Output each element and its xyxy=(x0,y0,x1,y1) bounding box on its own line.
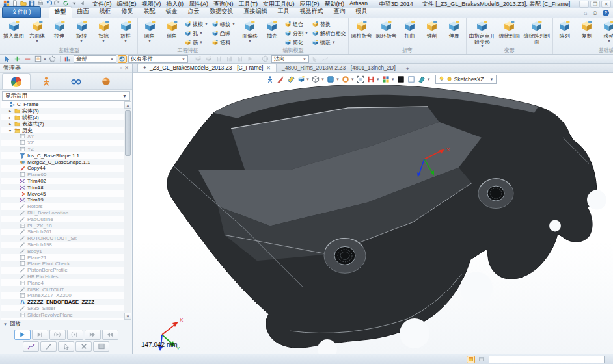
expand-icon[interactable]: ▸ xyxy=(8,115,12,120)
tree-item-pl-zx-18[interactable]: PL_ZX_18 xyxy=(1,222,124,229)
tree-item-body1[interactable]: Body1 xyxy=(1,248,124,254)
face-display-button[interactable] xyxy=(327,75,335,83)
new-tab-button[interactable]: + xyxy=(401,66,415,72)
background-light-button[interactable] xyxy=(407,75,416,83)
ribbon-tab-11[interactable]: 查询 xyxy=(329,6,351,18)
ribbon-button-阵列[interactable]: 阵列 xyxy=(554,18,576,47)
ribbon-button-圆柱折弯[interactable]: 圆柱折弯 xyxy=(349,18,374,47)
tree-item-rotorcutout-sk[interactable]: ROTORCUTOUT_Sk xyxy=(1,235,124,242)
ribbon-button-面偏移[interactable]: 面偏移▼ xyxy=(239,18,261,47)
ribbon-button-缠绕阵列到面[interactable]: 缠绕阵列到面 xyxy=(522,18,552,47)
align-tool-2[interactable] xyxy=(204,55,213,63)
document-tab-0[interactable]: +_Z3_GL_BrakesModelB_2013.Z3 - [C_Frame]… xyxy=(137,63,277,72)
ribbon-button-镶嵌[interactable]: 镶嵌▼ xyxy=(310,38,347,47)
file-menu-button[interactable]: 文件(F) xyxy=(2,6,41,18)
ribbon-button-坯料[interactable]: 坯料 xyxy=(210,38,237,47)
tree-item-历史[interactable]: ▾历史 xyxy=(1,127,124,133)
restore-button[interactable]: ❐ xyxy=(590,1,600,8)
tree-item-实体-3-[interactable]: ▸实体(3) xyxy=(1,108,124,114)
tree-item-sliderrevolveplane[interactable]: SliderRevolvePlane xyxy=(1,311,124,318)
erase-button[interactable] xyxy=(276,75,284,83)
display-filter-select[interactable]: 仅有零件▼ xyxy=(128,55,188,63)
background-dark-button[interactable] xyxy=(397,75,405,83)
help-icon[interactable]: ? xyxy=(603,10,609,16)
view-manager-tab[interactable] xyxy=(92,73,120,89)
panel-tool-button[interactable] xyxy=(93,341,109,352)
ribbon-button-插入草图[interactable]: 插入草图 xyxy=(1,18,26,47)
extra-tool-2[interactable] xyxy=(321,55,330,63)
close-icon[interactable]: ✕ xyxy=(124,65,129,71)
line-tool-button[interactable] xyxy=(40,341,57,352)
ribbon-button-分割[interactable]: 分割▼ xyxy=(283,29,310,38)
tree-item-plane21[interactable]: Plane21 xyxy=(1,254,124,261)
tree-item-ins-c-baseshape-1-1[interactable]: Ins_C_BaseShape.1.1 xyxy=(1,152,124,159)
rewind-button[interactable] xyxy=(102,330,118,340)
ribbon-button-筋[interactable]: 筋▼ xyxy=(183,38,210,47)
viewport-canvas[interactable]: X X Y ▼▼▼▼▼▼▼SketchesXZ▼ 147.042 mm xyxy=(133,73,613,354)
tree-item-padoutline[interactable]: PadOutline xyxy=(1,216,124,222)
tree-item-yz[interactable]: YZ xyxy=(1,146,124,153)
tree-item-线框-3-[interactable]: ▸线框(3) xyxy=(1,114,124,121)
home-icon[interactable]: ⌂ xyxy=(584,10,587,16)
filter-select[interactable]: 全部▼ xyxy=(74,55,116,63)
tree-item-disk-cutout[interactable]: DISK_CUTOUT xyxy=(1,286,124,292)
play-button[interactable] xyxy=(14,330,31,340)
ribbon-tab-5[interactable]: 钣金 xyxy=(161,6,183,18)
tree-item-c-frame[interactable]: C_Frame xyxy=(1,101,124,108)
model-3d[interactable]: X X Y xyxy=(133,73,613,354)
lasso-select[interactable] xyxy=(48,55,57,63)
ribbon-button-解析自相交[interactable]: 解析自相交 xyxy=(310,29,347,38)
expand-icon[interactable]: ▸ xyxy=(8,109,12,113)
ribbon-tab-2[interactable]: 线框 xyxy=(94,6,116,18)
play-to-end-button[interactable] xyxy=(32,330,48,340)
close-icon[interactable]: ✕ xyxy=(266,65,271,71)
ribbon-button-替换[interactable]: 替换 xyxy=(310,20,347,29)
zoom-fit-button[interactable] xyxy=(357,75,365,83)
tree-item-plane-pivot-check[interactable]: Plane Pivot Check xyxy=(1,261,124,267)
tree-item-rotors[interactable]: Rotors xyxy=(1,203,124,210)
scrollbar-thumb[interactable] xyxy=(125,110,131,156)
tree-item-planexz17-xz200[interactable]: PlaneXZ17_XZ200 xyxy=(1,292,124,299)
tree-item-rh-borelocation[interactable]: RH_BoreLocation xyxy=(1,210,124,216)
tree-item-pistonboreprofile[interactable]: PistonBoreProfile xyxy=(1,267,124,274)
ribbon-tab-1[interactable]: 曲面 xyxy=(72,6,94,18)
close-button[interactable]: ✕ xyxy=(601,1,611,8)
layer-select[interactable]: SketchesXZ▼ xyxy=(435,75,497,84)
align-tool-1[interactable] xyxy=(194,55,203,63)
distribute-1[interactable] xyxy=(215,55,224,63)
ribbon-button-简化[interactable]: 简化 xyxy=(283,38,310,47)
expand-icon[interactable]: ▸ xyxy=(8,122,12,126)
ribbon-tab-10[interactable]: 视觉样式 xyxy=(295,6,329,18)
ribbon-tab-8[interactable]: 直接编辑 xyxy=(239,6,273,18)
ribbon-button-圆角[interactable]: 圆角▼ xyxy=(139,18,161,47)
ribbon-button-放样[interactable]: 放样▼ xyxy=(115,18,137,47)
tree-item-move45[interactable]: Move45 xyxy=(1,190,124,197)
normal-select[interactable]: 法向▼ xyxy=(271,55,309,63)
tree-item-sketch198[interactable]: Sketch198 xyxy=(1,242,124,248)
expand-icon[interactable]: ▾ xyxy=(8,128,12,133)
tree-item-xz[interactable]: XZ xyxy=(1,140,124,146)
tree-item-copy44[interactable]: Copy44 xyxy=(1,165,124,172)
tree-item-plane4[interactable]: Plane4 xyxy=(1,280,124,286)
window-gray-icon[interactable] xyxy=(477,356,485,363)
remove-entity[interactable] xyxy=(23,55,32,63)
command-input[interactable] xyxy=(489,356,605,363)
tree-item-trim402[interactable]: Trim402 xyxy=(1,178,124,185)
tree-item-hb-pin-holes[interactable]: HB Pin Holes xyxy=(1,274,124,280)
distribute-3[interactable] xyxy=(236,55,245,63)
show-entity-button[interactable] xyxy=(266,75,274,83)
add-entity[interactable] xyxy=(12,55,21,63)
apply-tool[interactable] xyxy=(246,55,255,63)
orientation-tool[interactable] xyxy=(261,55,270,63)
pin-icon[interactable]: ▫ xyxy=(120,65,122,71)
play-from-button[interactable] xyxy=(49,330,66,340)
window-orange-icon[interactable] xyxy=(467,356,475,363)
ribbon-button-扫掠[interactable]: 扫掠▼ xyxy=(92,18,115,47)
tree-item-trim19[interactable]: Trim19 xyxy=(1,197,124,203)
ribbon-button-锥削[interactable]: 锥削 xyxy=(421,18,443,47)
tree-item-plane65[interactable]: Plane65 xyxy=(1,172,124,178)
delete-tool-button[interactable] xyxy=(75,341,92,352)
ribbon-tab-4[interactable]: 装配 xyxy=(139,6,161,18)
ribbon-tab-12[interactable]: 模具 xyxy=(351,6,373,18)
tree-scrollbar[interactable]: ▲ ▼ xyxy=(124,101,131,320)
